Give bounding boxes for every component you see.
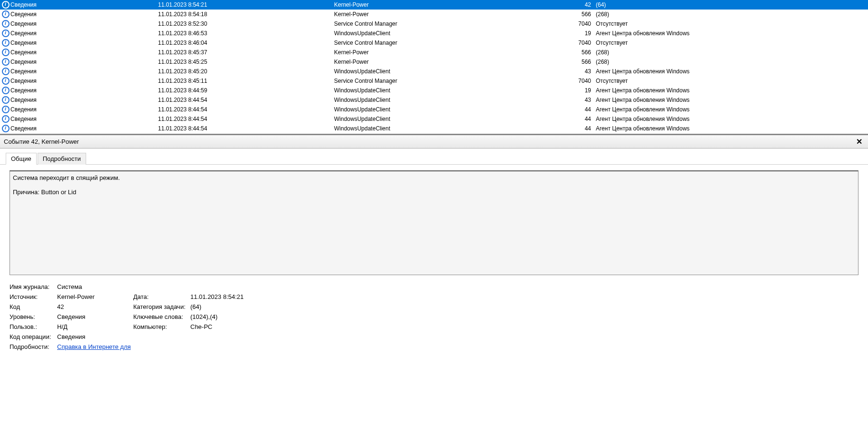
detail-title: Событие 42, Kernel-Power [4,138,79,145]
event-level: Сведения [10,40,158,46]
info-icon [2,58,10,66]
info-icon [2,68,10,75]
event-source: Kernel-Power [334,1,567,8]
event-task: Агент Центра обновления Windows [596,87,866,94]
event-id: 44 [567,125,596,132]
event-id: 44 [567,106,596,113]
event-id: 19 [567,87,596,94]
event-date: 11.01.2023 8:52:30 [158,20,334,27]
event-level: Сведения [10,78,158,84]
event-id: 19 [567,30,596,37]
event-row[interactable]: Сведения11.01.2023 8:44:59WindowsUpdateC… [0,86,868,95]
event-task: Агент Центра обновления Windows [596,97,866,103]
info-icon [2,30,10,37]
event-level: Сведения [10,68,158,75]
event-date: 11.01.2023 8:45:37 [158,49,334,56]
event-id: 43 [567,68,596,75]
event-row[interactable]: Сведения11.01.2023 8:45:20WindowsUpdateC… [0,67,868,76]
label-level: Уровень: [10,313,57,320]
event-id: 7040 [567,40,596,46]
event-source: Kernel-Power [334,59,567,65]
event-level: Сведения [10,106,158,113]
event-row[interactable]: Сведения11.01.2023 8:46:53WindowsUpdateC… [0,29,868,38]
event-list[interactable]: Сведения11.01.2023 8:54:21Kernel-Power42… [0,0,868,134]
event-task: (268) [596,49,866,56]
event-id: 44 [567,116,596,122]
event-source: Service Control Manager [334,40,567,46]
event-task: Агент Центра обновления Windows [596,30,866,37]
event-level: Сведения [10,116,158,122]
tab-details[interactable]: Подробности [38,153,86,165]
event-source: WindowsUpdateClient [334,116,567,122]
more-info-link[interactable]: Справка в Интернете для [57,343,131,350]
event-level: Сведения [10,59,158,65]
event-level: Сведения [10,87,158,94]
event-id: 43 [567,97,596,103]
event-id: 7040 [567,20,596,27]
value-date: 11.01.2023 8:54:21 [190,293,858,300]
event-task: Отсутствует [596,78,866,84]
event-task: (64) [596,1,866,8]
value-keywords: (1024),(4) [190,313,858,320]
value-source: Kernel-Power [57,293,133,300]
info-icon [2,20,10,28]
event-source: WindowsUpdateClient [334,68,567,75]
event-task: Отсутствует [596,40,866,46]
event-date: 11.01.2023 8:45:25 [158,59,334,65]
label-source: Источник: [10,293,57,300]
value-task-category: (64) [190,303,858,310]
event-source: WindowsUpdateClient [334,87,567,94]
value-log-name: Система [57,283,133,290]
event-row[interactable]: Сведения11.01.2023 8:52:30Service Contro… [0,19,868,29]
event-source: Service Control Manager [334,20,567,27]
value-event-id: 42 [57,303,133,310]
event-source: Kernel-Power [334,11,567,18]
event-row[interactable]: Сведения11.01.2023 8:44:54WindowsUpdateC… [0,114,868,124]
value-level: Сведения [57,313,133,320]
label-more-info: Подробности: [10,343,57,350]
detail-tabs: Общие Подробности [0,149,868,165]
event-date: 11.01.2023 8:44:54 [158,106,334,113]
event-level: Сведения [10,125,158,132]
close-icon[interactable]: ✕ [854,137,864,146]
event-date: 11.01.2023 8:44:54 [158,97,334,103]
info-icon [2,49,10,56]
event-row[interactable]: Сведения11.01.2023 8:45:25Kernel-Power56… [0,57,868,67]
label-log-name: Имя журнала: [10,283,57,290]
event-row[interactable]: Сведения11.01.2023 8:45:11Service Contro… [0,76,868,86]
event-source: Service Control Manager [334,78,567,84]
event-message: Система переходит в спящий режим. Причин… [10,170,858,275]
info-icon [2,96,10,104]
event-row[interactable]: Сведения11.01.2023 8:44:54WindowsUpdateC… [0,105,868,114]
event-task: Агент Центра обновления Windows [596,116,866,122]
info-icon [2,125,10,132]
event-row[interactable]: Сведения11.01.2023 8:45:37Kernel-Power56… [0,48,868,57]
event-task: (268) [596,59,866,65]
event-row[interactable]: Сведения11.01.2023 8:44:54WindowsUpdateC… [0,95,868,105]
event-date: 11.01.2023 8:44:54 [158,125,334,132]
event-date: 11.01.2023 8:45:11 [158,78,334,84]
event-id: 566 [567,59,596,65]
event-row[interactable]: Сведения11.01.2023 8:54:21Kernel-Power42… [0,0,868,10]
event-row[interactable]: Сведения11.01.2023 8:46:04Service Contro… [0,38,868,48]
label-user: Пользов.: [10,323,57,330]
value-computer: Che-PC [190,323,858,330]
event-id: 566 [567,49,596,56]
event-level: Сведения [10,1,158,8]
info-icon [2,77,10,85]
event-row[interactable]: Сведения11.01.2023 8:44:54WindowsUpdateC… [0,124,868,133]
event-date: 11.01.2023 8:46:53 [158,30,334,37]
event-level: Сведения [10,49,158,56]
tab-general[interactable]: Общие [6,153,37,165]
value-user: Н/Д [57,323,133,330]
event-task: Отсутствует [596,20,866,27]
event-source: Kernel-Power [334,49,567,56]
event-task: Агент Центра обновления Windows [596,68,866,75]
event-source: WindowsUpdateClient [334,97,567,103]
event-date: 11.01.2023 8:54:18 [158,11,334,18]
event-row[interactable]: Сведения11.01.2023 8:54:18Kernel-Power56… [0,10,868,19]
label-opcode: Код операции: [10,333,57,340]
label-computer: Компьютер: [133,323,190,330]
event-level: Сведения [10,20,158,27]
detail-body: Система переходит в спящий режим. Причин… [0,165,868,357]
